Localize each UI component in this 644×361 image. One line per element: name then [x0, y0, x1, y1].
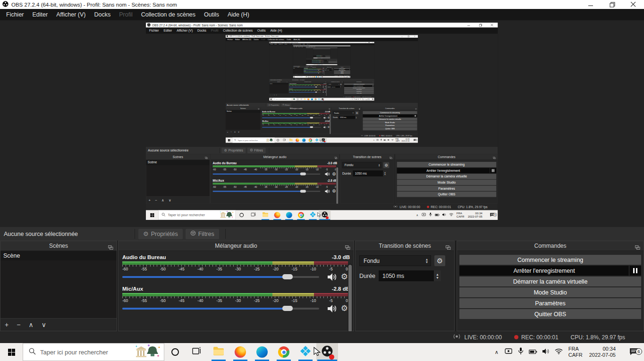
mixer-scrollbar-thumb[interactable] [348, 265, 352, 335]
mixer-channel-desktop-audio: Audio du Bureau -3.0 dB -60-55-50-45-40-… [304, 68, 324, 70]
microphone-tray-icon[interactable] [518, 347, 524, 357]
speaker-icon[interactable] [328, 305, 337, 312]
start-virtual-camera-button: Démarrer la caméra virtuelle [363, 118, 417, 120]
screen-record-tray-icon[interactable] [505, 348, 513, 356]
taskbar-app-firefox[interactable] [229, 343, 251, 361]
kodi-icon [318, 98, 320, 101]
menu-collection-scenes[interactable]: Collection de scènes [137, 9, 200, 20]
controls-panel-title: Commandes [438, 155, 455, 159]
menu-editer[interactable]: Editer [28, 9, 52, 20]
controls-panel-title: Commandes [385, 108, 395, 109]
meter-tick-label: -30 [235, 267, 241, 271]
add-scene-button[interactable]: + [5, 321, 8, 328]
meter-tick-label: -45 [244, 168, 247, 171]
pause-icon [493, 169, 494, 172]
duration-input[interactable]: 1050 ms ▲▼ [379, 270, 441, 281]
preview-area[interactable]: OBS 27.2.4 (64-bit, windows) - Profil: S… [0, 20, 644, 227]
meter-tick-label: -35 [290, 124, 292, 126]
properties-button[interactable]: ⚙ Propriétés [138, 229, 183, 239]
close-button[interactable] [623, 0, 644, 9]
scene-list-item[interactable]: Scène [0, 251, 117, 260]
wifi-tray-icon[interactable] [555, 348, 563, 356]
volume-slider [289, 92, 321, 92]
search-highlight-illustration[interactable] [135, 344, 162, 361]
transition-settings-button[interactable]: ⚙ [434, 255, 445, 266]
studio-mode-button[interactable]: Mode Studio [459, 287, 641, 297]
menu-fichier[interactable]: Fichier [2, 9, 28, 20]
properties-label: Propriétés [229, 149, 243, 152]
dock-icon[interactable] [446, 243, 451, 252]
volume-tray-icon[interactable] [542, 348, 550, 356]
transition-type-value: Fondu [333, 112, 352, 114]
channel-settings-gear-icon[interactable]: ⚙ [341, 304, 348, 312]
dock-icon[interactable] [635, 243, 640, 252]
move-scene-down-button[interactable]: ∨ [42, 321, 46, 328]
start-streaming-button[interactable]: Commencer le streaming [459, 255, 641, 265]
volume-slider[interactable] [122, 308, 319, 310]
taskbar-app-chrome[interactable] [273, 343, 295, 361]
speaker-icon[interactable] [328, 273, 337, 281]
microphone-tray-icon [429, 212, 432, 218]
volume-slider[interactable] [122, 276, 319, 278]
menu-profil: Profil [115, 9, 136, 20]
preview-area: OBS 27.2.4 (64-bit, windows) - Profil: S… [293, 47, 351, 66]
channel-settings-gear-icon[interactable]: ⚙ [341, 273, 348, 281]
scenes-panel: Scènes Scène + − ∧ ∨ [226, 107, 261, 134]
search-icon [29, 348, 36, 357]
taskbar-search-box[interactable]: Taper ici pour rechercher [23, 343, 164, 361]
duration-input: 1050 ms ▲▼ [324, 61, 327, 61]
properties-label: Propriétés [271, 104, 279, 106]
no-source-message: Aucune source sélectionnée [269, 79, 282, 80]
live-time: LIVE: 00:00:00 [345, 96, 351, 97]
menu-docks[interactable]: Docks [90, 9, 115, 20]
dock-icon [258, 108, 259, 110]
volume-slider-handle[interactable] [282, 306, 293, 311]
mixer-channel-mic-aux: Mic/Aux -2.8 dB -60-55-50-45-40-35-30-25… [122, 286, 350, 312]
search-highlight-illustration [305, 76, 307, 77]
mixer-body: Audio du Bureau -3.0 dB -60-55-50-45-40-… [316, 55, 322, 57]
meter-tick-label: -10 [320, 91, 321, 92]
close-button [486, 23, 498, 27]
battery-tray-icon[interactable] [529, 348, 537, 356]
move-scene-up-button[interactable]: ∧ [28, 321, 33, 328]
action-center-button[interactable]: 6 [623, 347, 644, 357]
pause-recording-button[interactable] [629, 266, 641, 276]
kodi-icon [315, 138, 319, 142]
start-virtual-camera-button[interactable]: Démarrer la caméra virtuelle [459, 277, 641, 286]
meter-tick-label: -5 [326, 168, 328, 171]
meter-tick-label: -40 [254, 185, 257, 188]
minimize-button[interactable] [580, 0, 602, 9]
task-view-button [247, 210, 259, 220]
quit-obs-button: Quitter OBS [334, 73, 350, 74]
dock-icon[interactable] [108, 243, 113, 252]
volume-slider-fill [262, 118, 312, 118]
taskbar-clock[interactable]: 00:34 2022-07-05 [589, 346, 616, 358]
cortana-button[interactable] [164, 343, 186, 361]
controls-panel-header: Commandes [334, 67, 350, 68]
volume-slider-handle[interactable] [282, 274, 293, 279]
taskbar-app-file-explorer[interactable] [208, 343, 229, 361]
spinner-arrows-icon[interactable]: ▲▼ [434, 270, 441, 281]
menu-afficher[interactable]: Afficher (V) [52, 9, 90, 20]
task-view-button[interactable] [186, 343, 208, 361]
restore-button[interactable] [602, 0, 623, 9]
menu-aide[interactable]: Aide (H) [223, 9, 254, 20]
meter-yellow-zone [295, 183, 317, 185]
controls-panel-header: Commandes [457, 241, 644, 251]
stop-recording-button[interactable]: Arrêter l'enregistrement [459, 266, 641, 276]
start-button[interactable] [0, 343, 23, 361]
tray-chevron-up-icon[interactable]: ∧ [495, 349, 499, 355]
cpu-fps-stats: CPU: 1.8%, 29.97 fps [396, 135, 412, 137]
remove-scene-button[interactable]: − [17, 321, 20, 328]
quit-obs-button[interactable]: Quitter OBS [459, 309, 641, 319]
task-view-icon [310, 76, 311, 77]
menu-outils[interactable]: Outils [200, 9, 223, 20]
settings-button[interactable]: Paramètres [459, 298, 641, 308]
transition-type-dropdown[interactable]: Fondu ▲▼ [359, 255, 431, 266]
meter-tick-label: -30 [296, 124, 298, 126]
mixer-scrollbar[interactable] [348, 264, 352, 337]
filters-button[interactable]: Filtres [186, 229, 219, 239]
obs-logo-icon [147, 23, 151, 27]
taskbar-app-edge[interactable] [251, 343, 273, 361]
language-indicator[interactable]: FRA CAFR [568, 346, 583, 358]
